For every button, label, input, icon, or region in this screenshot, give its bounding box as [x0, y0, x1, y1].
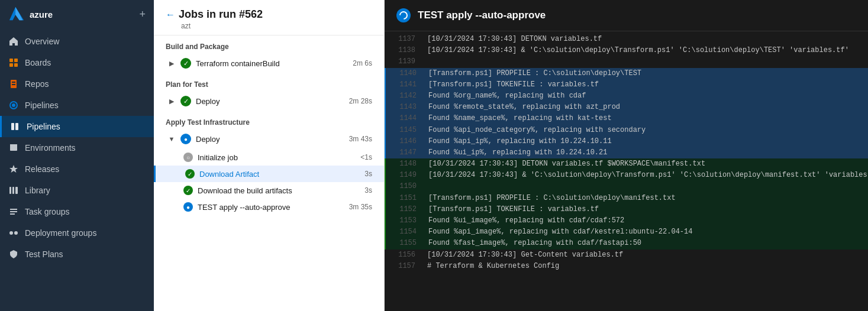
sidebar-item-releases[interactable]: Releases	[0, 158, 154, 180]
log-line: 1155Found %fast_image%, replacing with c…	[385, 238, 868, 249]
status-icon-terraform: ✓	[180, 58, 191, 69]
line-number: 1137	[392, 34, 415, 45]
step-download-build[interactable]: ✓ Download the build artifacts 3s	[154, 182, 384, 199]
sidebar-label-test-plans: Test Plans	[25, 250, 63, 259]
line-content: [10/31/2024 17:30:43] Get-Content variab…	[427, 250, 623, 261]
step-init-job[interactable]: ○ Initialize job <1s	[154, 149, 384, 166]
status-icon-download-build: ✓	[183, 186, 193, 195]
svg-point-14	[14, 231, 18, 235]
svg-rect-2	[9, 59, 13, 62]
expand-deploy-apply-icon[interactable]: ▼	[167, 135, 176, 143]
line-content: [10/31/2024 17:30:43] DETOKN variables.t…	[428, 158, 705, 170]
job-duration-terraform: 2m 6s	[353, 59, 372, 67]
log-line: 1137[10/31/2024 17:30:43] DETOKN variabl…	[385, 34, 868, 45]
library-icon	[8, 185, 19, 196]
line-number: 1156	[392, 250, 415, 261]
sidebar-label-boards: Boards	[25, 58, 51, 67]
line-content: [Transform.ps1] PROPFILE : C:\solution\d…	[428, 193, 676, 204]
line-number: 1155	[393, 238, 417, 249]
environments-icon	[8, 142, 19, 153]
log-line: 1154Found %api_image%, replacing with cd…	[385, 226, 868, 238]
sidebar-label-overview: Overview	[25, 37, 59, 46]
log-area[interactable]: 1137[10/31/2024 17:30:43] DETOKN variabl…	[385, 31, 868, 311]
sidebar-label-repos: Repos	[25, 79, 49, 89]
sidebar-item-repos[interactable]: Repos	[0, 73, 154, 95]
sidebar-nav: Overview Boards Repos Pipelines	[0, 28, 154, 311]
line-number: 1140	[393, 68, 417, 79]
middle-header: ← Jobs in run #562 azt	[154, 0, 384, 35]
svg-rect-3	[14, 59, 18, 62]
log-line: 1157# Terraform & Kubernetes Config	[385, 261, 868, 272]
svg-rect-9	[15, 123, 18, 130]
expand-terraform-icon[interactable]: ▶	[167, 59, 176, 67]
line-number: 1152	[393, 204, 417, 215]
line-content: # Terraform & Kubernetes Config	[427, 261, 559, 272]
sidebar-item-environments[interactable]: Environments	[0, 137, 154, 158]
step-duration-download-artifact: 3s	[364, 170, 372, 178]
expand-deploy-plan-icon[interactable]: ▶	[167, 97, 176, 105]
log-line: 1139	[385, 56, 868, 67]
svg-rect-8	[11, 123, 14, 130]
right-panel: TEST apply --auto-approve 1137[10/31/202…	[385, 0, 868, 311]
line-number: 1142	[393, 90, 417, 102]
sidebar-label-releases: Releases	[25, 164, 59, 174]
step-name-download-build: Download the build artifacts	[198, 186, 360, 195]
sidebar-item-task-groups[interactable]: Task groups	[0, 201, 154, 222]
azure-logo-icon	[8, 6, 25, 22]
log-line: 1143Found %remote_state%, replacing with…	[385, 102, 868, 113]
back-button[interactable]: ←	[166, 9, 175, 20]
step-duration-init: <1s	[360, 153, 372, 161]
svg-rect-4	[9, 63, 13, 67]
step-download-artifact[interactable]: ✓ Download Artifact 3s	[154, 166, 384, 182]
status-icon-init: ○	[183, 153, 193, 162]
step-duration-download-build: 3s	[364, 186, 372, 195]
line-content: [10/31/2024 17:30:43] DETOKN variables.t…	[427, 34, 602, 45]
log-line: 1140[Transform.ps1] PROPFILE : C:\soluti…	[385, 68, 868, 79]
job-deploy-plan[interactable]: ▶ ✓ Deploy 2m 28s	[154, 91, 384, 111]
boards-icon	[8, 57, 19, 68]
pipelines-header-icon	[8, 100, 19, 111]
job-terraform[interactable]: ▶ ✓ Terraform containerBuild 2m 6s	[154, 53, 384, 73]
line-content: Found %name_space%, replacing with kat-t…	[428, 113, 612, 124]
line-number: 1148	[393, 158, 417, 170]
sidebar-item-library[interactable]: Library	[0, 180, 154, 201]
job-name-terraform: Terraform containerBuild	[196, 59, 348, 68]
sidebar-item-pipelines-header[interactable]: Pipelines	[0, 95, 154, 116]
job-deploy-apply[interactable]: ▼ ● Deploy 3m 43s	[154, 129, 384, 149]
sidebar-item-deployment-groups[interactable]: Deployment groups	[0, 222, 154, 244]
sidebar-item-test-plans[interactable]: Test Plans	[0, 244, 154, 265]
line-content: Found %fast_image%, replacing with cdaf/…	[428, 238, 641, 249]
svg-rect-12	[15, 187, 18, 194]
line-content: Found %remote_state%, replacing with azt…	[428, 102, 620, 113]
sidebar-label-pipelines-header: Pipelines	[25, 101, 59, 110]
svg-point-7	[12, 103, 15, 107]
status-icon-deploy-apply: ●	[180, 134, 191, 144]
sidebar-item-overview[interactable]: Overview	[0, 31, 154, 52]
sidebar-item-pipelines[interactable]: Pipelines	[0, 116, 154, 137]
log-line: 1148[10/31/2024 17:30:43] DETOKN variabl…	[385, 158, 868, 170]
step-test-apply[interactable]: ● TEST apply --auto-approve 3m 35s	[154, 199, 384, 215]
log-line: 1147Found %ui_ip%, replacing with 10.224…	[385, 147, 868, 158]
line-content: [Transform.ps1] TOKENFILE : variables.tf	[428, 79, 599, 90]
test-plans-icon	[8, 249, 19, 260]
status-icon-test-apply: ●	[183, 202, 193, 212]
line-content: Found %ui_image%, replacing with cdaf/cd…	[428, 215, 624, 226]
line-number: 1149	[393, 170, 417, 181]
line-number: 1143	[393, 102, 417, 113]
line-number: 1146	[393, 136, 417, 147]
sidebar-label-pipelines: Pipelines	[27, 122, 60, 131]
log-line: 1144Found %name_space%, replacing with k…	[385, 113, 868, 124]
task-groups-icon	[8, 206, 19, 217]
log-line: 1138[10/31/2024 17:30:43] & 'C:\solution…	[385, 45, 868, 56]
sidebar-header: azure +	[0, 0, 154, 28]
add-button[interactable]: +	[139, 8, 146, 21]
log-line: 1145Found %api_node_category%, replacing…	[385, 125, 868, 136]
sidebar-item-boards[interactable]: Boards	[0, 52, 154, 73]
run-subtitle: azt	[181, 22, 372, 30]
step-duration-test-apply: 3m 35s	[349, 203, 372, 211]
log-line: 1141[Transform.ps1] TOKENFILE : variable…	[385, 79, 868, 90]
line-number: 1139	[392, 56, 415, 67]
line-content: Found %api_ip%, replacing with 10.224.10…	[428, 136, 612, 147]
sidebar-label-library: Library	[25, 186, 50, 195]
line-content: [10/31/2024 17:30:43] & 'C:\solution\dep…	[428, 170, 868, 181]
